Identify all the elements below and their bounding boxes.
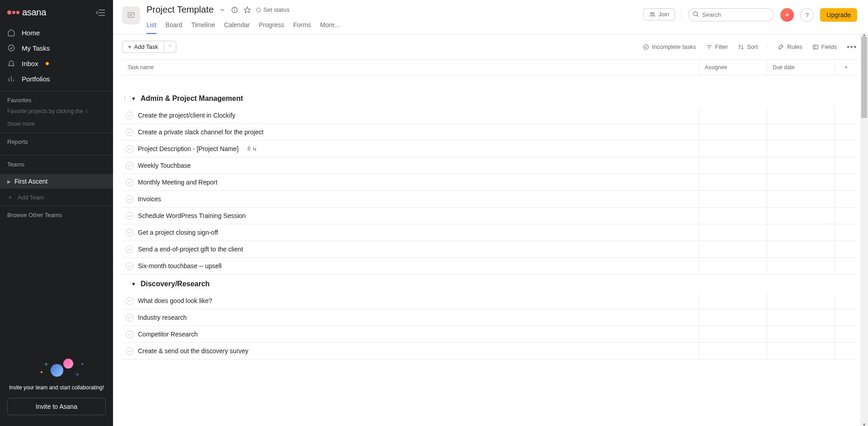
task-due-cell[interactable]: [767, 241, 835, 257]
task-row[interactable]: Weekly Touchbase: [122, 157, 857, 174]
task-row[interactable]: Get a project closing sign-off: [122, 224, 857, 241]
task-assignee-cell[interactable]: [699, 157, 767, 174]
nav-inbox[interactable]: Inbox: [0, 56, 113, 71]
complete-toggle[interactable]: [126, 128, 133, 136]
complete-toggle[interactable]: [126, 297, 133, 305]
nav-portfolios[interactable]: Portfolios: [0, 71, 113, 86]
task-row[interactable]: Competitor Research: [122, 326, 857, 343]
complete-toggle[interactable]: [126, 347, 133, 355]
task-due-cell[interactable]: [767, 174, 835, 190]
complete-toggle[interactable]: [126, 314, 133, 322]
info-icon[interactable]: [231, 6, 238, 14]
drag-handle-icon[interactable]: ⋮⋮: [122, 95, 127, 102]
task-main[interactable]: Industry research: [122, 310, 699, 326]
complete-toggle[interactable]: [126, 246, 133, 253]
task-row[interactable]: Schedule WordPress Training Session: [122, 208, 857, 224]
scrollbar[interactable]: ▴ ▾: [860, 33, 868, 426]
task-main[interactable]: Create & send out the discovery survey: [122, 343, 699, 359]
task-due-cell[interactable]: [767, 309, 835, 326]
upgrade-button[interactable]: Upgrade: [820, 8, 857, 22]
task-due-cell[interactable]: [767, 293, 835, 309]
tab-list[interactable]: List: [146, 19, 156, 34]
logo[interactable]: asana: [7, 7, 46, 18]
tab-board[interactable]: Board: [165, 19, 182, 34]
chevron-down-icon[interactable]: ▼: [131, 281, 136, 287]
help-button[interactable]: ?: [800, 8, 814, 22]
chevron-down-icon[interactable]: [219, 7, 226, 13]
task-main[interactable]: Send a end-of-project gift to the client: [122, 241, 699, 257]
task-main[interactable]: Monthly Meeting and Report: [122, 175, 699, 190]
fields-button[interactable]: Fields: [812, 43, 837, 50]
task-assignee-cell[interactable]: [699, 343, 767, 359]
task-due-cell[interactable]: [767, 224, 835, 241]
task-row[interactable]: Send a end-of-project gift to the client: [122, 241, 857, 258]
task-main[interactable]: Invoices: [122, 191, 699, 207]
tab-calendar[interactable]: Calendar: [224, 19, 250, 34]
complete-toggle[interactable]: [126, 145, 133, 153]
task-due-cell[interactable]: [767, 208, 835, 224]
task-main[interactable]: Create the project/client in Clockify: [122, 108, 699, 123]
task-row[interactable]: Create the project/client in Clockify: [122, 107, 857, 124]
task-due-cell[interactable]: [767, 191, 835, 207]
favorites-show-more[interactable]: Show more: [7, 121, 106, 127]
task-main[interactable]: Schedule WordPress Training Session: [122, 208, 699, 224]
global-add-button[interactable]: +: [780, 8, 794, 22]
rules-button[interactable]: Rules: [778, 43, 802, 50]
task-row[interactable]: Six-month touchbase -- upsell: [122, 258, 857, 275]
section-header[interactable]: ⋮⋮▼Admin & Project Management: [122, 89, 857, 107]
nav-home[interactable]: Home: [0, 25, 113, 40]
task-due-cell[interactable]: [767, 326, 835, 342]
task-due-cell[interactable]: [767, 157, 835, 174]
project-title[interactable]: Project Template: [146, 5, 214, 15]
task-row[interactable]: Create & send out the discovery survey: [122, 343, 857, 360]
task-assignee-cell[interactable]: [699, 258, 767, 274]
tab-more[interactable]: More...: [320, 19, 340, 34]
task-main[interactable]: Create a private slack channel for the p…: [122, 124, 699, 140]
complete-toggle[interactable]: [126, 262, 133, 270]
join-button[interactable]: Join: [643, 8, 675, 20]
task-assignee-cell[interactable]: [699, 326, 767, 342]
task-main[interactable]: Weekly Touchbase: [122, 158, 699, 174]
filter-button[interactable]: Filter: [706, 43, 728, 50]
task-assignee-cell[interactable]: [699, 241, 767, 257]
task-assignee-cell[interactable]: [699, 293, 767, 309]
project-icon[interactable]: [122, 6, 140, 24]
browse-other-teams[interactable]: Browse Other Teams: [0, 206, 113, 224]
incomplete-tasks-filter[interactable]: Incomplete tasks: [643, 43, 696, 50]
complete-toggle[interactable]: [126, 331, 133, 338]
complete-toggle[interactable]: [126, 162, 133, 170]
collapse-sidebar-icon[interactable]: [96, 9, 106, 16]
complete-toggle[interactable]: [126, 212, 133, 220]
sort-button[interactable]: Sort: [738, 43, 758, 50]
task-row[interactable]: Create a private slack channel for the p…: [122, 124, 857, 141]
task-main[interactable]: Competitor Research: [122, 327, 699, 342]
task-due-cell[interactable]: [767, 343, 835, 359]
task-assignee-cell[interactable]: [699, 191, 767, 207]
add-column-button[interactable]: +: [835, 60, 857, 75]
task-row[interactable]: What does good look like?: [122, 293, 857, 309]
task-assignee-cell[interactable]: [699, 107, 767, 123]
search-box[interactable]: [688, 8, 774, 21]
complete-toggle[interactable]: [126, 229, 133, 237]
add-team-button[interactable]: ＋ Add Team: [0, 189, 113, 206]
tab-progress[interactable]: Progress: [259, 19, 284, 34]
task-assignee-cell[interactable]: [699, 208, 767, 224]
task-main[interactable]: Project Description - [Project Name]6: [122, 141, 699, 157]
star-icon[interactable]: [244, 6, 251, 14]
invite-button[interactable]: Invite to Asana: [7, 398, 106, 415]
task-row[interactable]: Project Description - [Project Name]6: [122, 141, 857, 157]
tab-timeline[interactable]: Timeline: [191, 19, 215, 34]
task-assignee-cell[interactable]: [699, 224, 767, 241]
task-assignee-cell[interactable]: [699, 174, 767, 190]
set-status-button[interactable]: Set status: [256, 6, 290, 13]
add-task-dropdown[interactable]: [164, 41, 176, 53]
task-row[interactable]: Monthly Meeting and Report: [122, 174, 857, 191]
task-main[interactable]: Get a project closing sign-off: [122, 225, 699, 241]
reports-section[interactable]: Reports: [0, 133, 113, 155]
complete-toggle[interactable]: [126, 195, 133, 203]
complete-toggle[interactable]: [126, 179, 133, 186]
complete-toggle[interactable]: [126, 112, 133, 119]
section-header[interactable]: ⋮⋮▼Discovery/Research: [122, 275, 857, 293]
tab-forms[interactable]: Forms: [293, 19, 311, 34]
task-main[interactable]: Six-month touchbase -- upsell: [122, 258, 699, 274]
